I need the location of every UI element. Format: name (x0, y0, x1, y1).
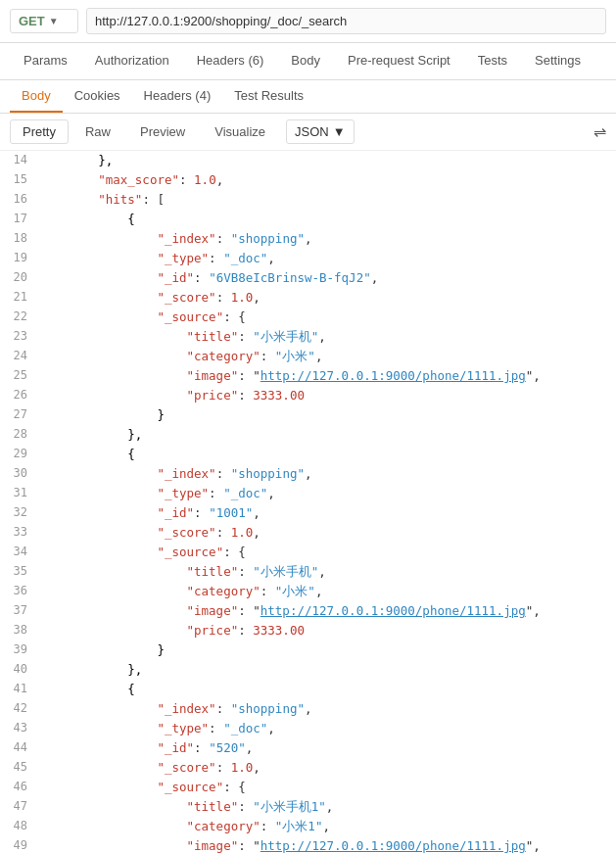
json-line: 42 "_index": "shopping", (0, 699, 616, 719)
line-content: } (39, 405, 612, 425)
line-number: 47 (4, 797, 39, 817)
line-content: "_type": "_doc", (39, 249, 612, 268)
line-number: 18 (4, 229, 39, 249)
tab-headers[interactable]: Headers (6) (183, 43, 278, 79)
json-line: 31 "_type": "_doc", (0, 484, 616, 503)
json-output: 14 },15 "max_score": 1.0,16 "hits": [17 … (0, 151, 616, 854)
line-number: 15 (4, 170, 39, 190)
line-number: 44 (4, 738, 39, 758)
subtab-cookies[interactable]: Cookies (63, 80, 132, 113)
line-number: 37 (4, 601, 39, 621)
line-number: 35 (4, 562, 39, 582)
line-number: 19 (4, 249, 39, 268)
subtab-headers[interactable]: Headers (4) (132, 80, 223, 113)
tab-params[interactable]: Params (10, 43, 81, 79)
json-line: 20 "_id": "6VB8eIcBrinsw-B-fqJ2", (0, 268, 616, 288)
filter-icon[interactable]: ⇌ (593, 122, 606, 141)
line-number: 23 (4, 327, 39, 347)
viewtab-raw[interactable]: Raw (72, 119, 123, 144)
line-content: "_source": { (39, 308, 612, 327)
line-content: "_type": "_doc", (39, 484, 612, 503)
line-content: "_id": "1001", (39, 503, 612, 523)
json-line: 27 } (0, 405, 616, 425)
json-line: 24 "category": "小米", (0, 347, 616, 366)
line-content: "image": "http://127.0.0.1:9000/phone/11… (39, 601, 612, 621)
line-content: "title": "小米手机", (39, 327, 612, 347)
line-number: 16 (4, 190, 39, 210)
json-line: 30 "_index": "shopping", (0, 464, 616, 484)
line-number: 33 (4, 523, 39, 543)
line-number: 21 (4, 288, 39, 308)
subtab-testresults[interactable]: Test Results (222, 80, 315, 113)
json-line: 21 "_score": 1.0, (0, 288, 616, 308)
json-line: 36 "category": "小米", (0, 582, 616, 601)
json-line: 49 "image": "http://127.0.0.1:9000/phone… (0, 836, 616, 854)
subtab-body[interactable]: Body (10, 80, 63, 113)
url-input[interactable] (86, 8, 606, 34)
json-line: 35 "title": "小米手机", (0, 562, 616, 582)
line-content: "hits": [ (39, 190, 612, 210)
line-content: "_index": "shopping", (39, 464, 612, 484)
nav-tabs: Params Authorization Headers (6) Body Pr… (0, 43, 616, 80)
json-line: 29 { (0, 445, 616, 464)
json-line: 39 } (0, 640, 616, 660)
json-line: 44 "_id": "520", (0, 738, 616, 758)
viewtab-visualize[interactable]: Visualize (202, 119, 278, 144)
line-number: 30 (4, 464, 39, 484)
tab-authorization[interactable]: Authorization (81, 43, 183, 79)
tab-tests[interactable]: Tests (464, 43, 521, 79)
line-number: 36 (4, 582, 39, 601)
line-number: 38 (4, 621, 39, 640)
viewtab-preview[interactable]: Preview (127, 119, 198, 144)
line-content: "category": "小米", (39, 582, 612, 601)
line-number: 39 (4, 640, 39, 660)
line-content: { (39, 680, 612, 699)
json-line: 23 "title": "小米手机", (0, 327, 616, 347)
tab-settings[interactable]: Settings (521, 43, 594, 79)
line-content: "_source": { (39, 543, 612, 562)
line-number: 26 (4, 386, 39, 405)
line-content: "_score": 1.0, (39, 288, 612, 308)
line-content: "_index": "shopping", (39, 229, 612, 249)
line-content: { (39, 445, 612, 464)
sub-tabs: Body Cookies Headers (4) Test Results (0, 80, 616, 114)
line-content: }, (39, 151, 612, 170)
json-line: 15 "max_score": 1.0, (0, 170, 616, 190)
method-chevron-icon: ▼ (49, 16, 59, 26)
line-number: 31 (4, 484, 39, 503)
format-chevron-icon: ▼ (333, 124, 346, 139)
line-number: 32 (4, 503, 39, 523)
format-select[interactable]: JSON ▼ (286, 119, 355, 144)
tab-prerequest[interactable]: Pre-request Script (334, 43, 464, 79)
json-line: 14 }, (0, 151, 616, 170)
format-label: JSON (295, 124, 329, 139)
line-number: 14 (4, 151, 39, 170)
line-number: 27 (4, 405, 39, 425)
body-view-tabs: Pretty Raw Preview Visualize JSON ▼ ⇌ (0, 114, 616, 151)
line-content: "image": "http://127.0.0.1:9000/phone/11… (39, 366, 612, 386)
json-line: 32 "_id": "1001", (0, 503, 616, 523)
json-line: 46 "_source": { (0, 778, 616, 797)
line-number: 49 (4, 836, 39, 854)
line-number: 29 (4, 445, 39, 464)
viewtab-pretty[interactable]: Pretty (10, 119, 69, 144)
json-line: 34 "_source": { (0, 543, 616, 562)
line-number: 48 (4, 817, 39, 836)
tab-body[interactable]: Body (277, 43, 334, 79)
method-select[interactable]: GET ▼ (10, 9, 78, 33)
line-content: "_index": "shopping", (39, 699, 612, 719)
json-line: 43 "_type": "_doc", (0, 719, 616, 738)
line-number: 41 (4, 680, 39, 699)
line-content: }, (39, 660, 612, 680)
line-number: 34 (4, 543, 39, 562)
line-content: "_id": "6VB8eIcBrinsw-B-fqJ2", (39, 268, 612, 288)
line-number: 46 (4, 778, 39, 797)
line-content: }, (39, 425, 612, 445)
line-number: 40 (4, 660, 39, 680)
line-content: "max_score": 1.0, (39, 170, 612, 190)
json-line: 38 "price": 3333.00 (0, 621, 616, 640)
request-bar: GET ▼ (0, 0, 616, 43)
line-content: "category": "小米1", (39, 817, 612, 836)
json-line: 37 "image": "http://127.0.0.1:9000/phone… (0, 601, 616, 621)
line-number: 43 (4, 719, 39, 738)
